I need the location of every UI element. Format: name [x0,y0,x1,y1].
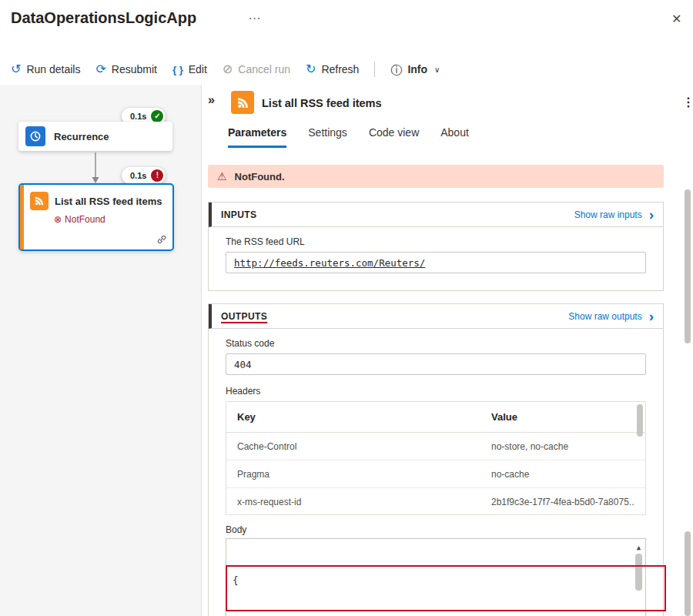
chevron-right-icon: › [649,209,654,220]
header-key: x-ms-request-id [237,497,491,507]
more-options-icon[interactable]: ⋮ [682,95,693,109]
tab-about[interactable]: About [440,126,469,148]
tab-bar: Parameters Settings Code view About [228,126,469,148]
rss-url-value: http://feeds.reuters.com/Reuters/ [234,257,425,269]
run-details-label: Run details [26,63,80,75]
collapse-panel-icon[interactable]: » [208,93,215,107]
node-rss-label: List all RSS feed items [55,196,170,207]
show-raw-inputs-label: Show raw inputs [574,209,642,220]
rss-url-input[interactable]: http://feeds.reuters.com/Reuters/ [226,252,646,273]
resubmit-icon: ⟳ [95,63,105,75]
info-button[interactable]: ⓘ Info ∨ [390,63,440,75]
panel-title: List all RSS feed items [262,97,382,109]
title-overflow-button[interactable]: … [248,8,261,23]
rss-icon [30,192,49,210]
run-details-button[interactable]: ↺ Run details [11,63,80,75]
outputs-section-header: OUTPUTS Show raw outputs › [209,304,663,329]
outputs-section-body: Status code 404 Headers Key Value Cache-… [209,329,663,616]
outputs-heading: OUTPUTS [221,311,267,322]
refresh-label: Refresh [321,63,359,75]
tab-code-view[interactable]: Code view [369,126,419,148]
link-icon[interactable] [156,234,167,245]
toolbar-divider [374,62,375,77]
tab-parameters[interactable]: Parameters [228,126,286,148]
column-key: Key [237,411,491,423]
header-value: 2b1f9c3e-17f7-4fea-b5d0-7a8075... [491,497,634,507]
outputs-section: OUTPUTS Show raw outputs › Status code 4… [208,303,664,616]
show-raw-outputs-label: Show raw outputs [568,311,641,322]
lower-scrollbar-thumb[interactable] [685,531,691,616]
warning-icon: ⚠ [217,171,227,182]
scroll-up-icon[interactable]: ▲ [637,541,641,551]
code-line: { [233,573,628,588]
show-raw-inputs-link[interactable]: Show raw inputs › [574,209,654,220]
workflow-canvas[interactable]: 0.1s ✓ Recurrence 0.1s ! List all RSS fe… [0,85,202,616]
node-rss[interactable]: List all RSS feed items ⊗ NotFound [18,183,174,251]
rss-url-label: The RSS feed URL [226,236,646,247]
logic-app-run-window: DataOperationsLogicApp … ✕ ↺ Run details… [0,0,693,616]
info-label: Info [407,63,427,75]
edit-label: Edit [189,63,207,75]
cancel-icon: ⊘ [223,63,233,75]
node-error-label: NotFound [65,214,105,225]
inputs-section-header: INPUTS Show raw inputs › [209,203,663,227]
table-row: x-ms-request-id 2b1f9c3e-17f7-4fea-b5d0-… [226,488,645,515]
node-recurrence[interactable]: Recurrence [18,122,172,151]
main-scrollbar-thumb[interactable] [685,189,691,343]
status-code-label: Status code [226,338,646,349]
error-banner-text: NotFound. [235,171,285,182]
braces-icon: { } [172,65,183,75]
status-code-input[interactable]: 404 [226,353,646,375]
resubmit-button[interactable]: ⟳ Resubmit [95,63,157,75]
rss-duration: 0.1s [130,171,146,180]
body-code-view[interactable]: { "status": 404, "message": "The remote … [226,538,646,616]
node-recurrence-label: Recurrence [54,131,109,142]
column-value: Value [491,411,634,423]
operation-details-panel: » List all RSS feed items ⋮ Parameters S… [202,85,693,616]
connector-arrow [90,152,101,185]
edit-button[interactable]: { } Edit [172,63,207,75]
header-key: Cache-Control [237,441,491,452]
inputs-heading: INPUTS [221,209,256,220]
show-raw-outputs-link[interactable]: Show raw outputs › [568,310,654,322]
header-key: Pragma [237,469,491,480]
recurrence-clock-icon [25,126,45,146]
error-message-banner: ⚠ NotFound. [208,165,664,188]
code-scrollbar[interactable]: ▲ [634,541,644,591]
success-check-icon: ✓ [151,110,163,122]
headers-table-header-row: Key Value [226,402,645,433]
refresh-icon: ↻ [306,63,316,75]
error-circle-icon: ⊗ [54,214,62,225]
headers-label: Headers [226,386,646,397]
header-value: no-cache [491,469,634,480]
headers-table[interactable]: Key Value Cache-Control no-store, no-cac… [226,401,646,515]
table-row: Pragma no-cache [226,460,645,488]
run-details-icon: ↺ [11,63,21,75]
cancel-run-button[interactable]: ⊘ Cancel run [223,63,290,75]
cancel-run-label: Cancel run [238,63,290,75]
inputs-section-body: The RSS feed URL http://feeds.reuters.co… [209,227,663,283]
error-exclaim-icon: ! [151,169,163,182]
node-accent-bar [20,185,24,249]
table-scrollbar[interactable] [637,404,643,437]
chevron-down-icon: ∨ [434,65,440,74]
recurrence-duration: 0.1s [130,112,146,121]
panel-rss-icon [231,91,254,114]
refresh-button[interactable]: ↻ Refresh [306,63,359,75]
body-label: Body [226,524,646,535]
close-icon[interactable]: ✕ [671,12,681,26]
node-error-status: ⊗ NotFound [54,214,105,225]
page-title: DataOperationsLogicApp [11,9,196,27]
chevron-right-icon: › [649,310,654,322]
status-code-value: 404 [234,359,252,370]
code-scroll-thumb[interactable] [635,554,642,591]
tab-settings[interactable]: Settings [308,126,347,148]
run-toolbar: ↺ Run details ⟳ Resubmit { } Edit ⊘ Canc… [11,57,440,82]
inputs-section: INPUTS Show raw inputs › The RSS feed UR… [208,202,664,291]
info-icon: ⓘ [390,64,402,75]
resubmit-label: Resubmit [112,63,157,75]
header-value: no-store, no-cache [491,441,634,452]
rss-status-badge[interactable]: 0.1s ! [122,167,166,184]
table-row: Cache-Control no-store, no-cache [226,433,645,460]
